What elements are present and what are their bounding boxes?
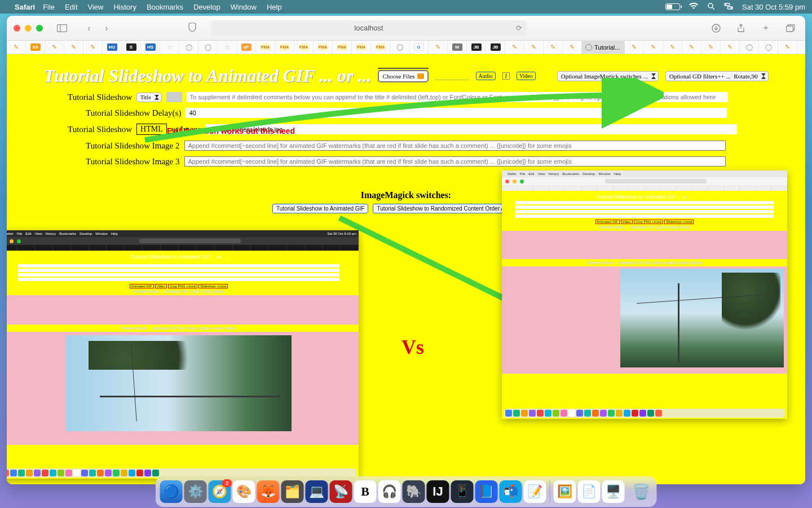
fav-item[interactable]: ✎: [7, 41, 26, 54]
fav-item[interactable]: ✎: [544, 41, 563, 54]
fav-item[interactable]: ✎: [663, 41, 682, 54]
fav-item[interactable]: ✎: [778, 41, 797, 54]
menu-window[interactable]: Window: [231, 3, 257, 11]
fav-item[interactable]: ◯: [740, 41, 759, 54]
dock-app[interactable]: 🧭: [209, 480, 231, 503]
fav-item[interactable]: ✎: [45, 41, 64, 54]
dock-app[interactable]: 🦊: [257, 480, 280, 503]
menu-bookmarks[interactable]: Bookmarks: [147, 3, 183, 11]
fav-item[interactable]: PMA: [371, 41, 390, 54]
browser-tab-active[interactable]: Tutorial...: [582, 41, 625, 54]
menu-help[interactable]: Help: [267, 3, 282, 11]
imagemagick-select[interactable]: Optional ImageMagick switches ...: [557, 71, 659, 81]
fav-item[interactable]: PMA: [352, 41, 371, 54]
menu-file[interactable]: File: [43, 3, 55, 11]
video-button[interactable]: Video: [517, 72, 536, 80]
fav-item[interactable]: ☆: [218, 41, 237, 54]
dock-app[interactable]: 📄: [578, 480, 601, 503]
tab-overview-icon[interactable]: [783, 20, 798, 36]
dock-app[interactable]: 📡: [330, 480, 352, 503]
title-input[interactable]: [187, 92, 728, 102]
dock-app[interactable]: IJ: [427, 480, 449, 503]
spotlight-icon[interactable]: [707, 2, 715, 12]
dock-app[interactable]: 🖼️: [554, 480, 576, 503]
fav-item[interactable]: PMA: [314, 41, 333, 54]
fav-item[interactable]: ✎: [505, 41, 524, 54]
fav-item[interactable]: PMA: [275, 41, 294, 54]
dock-app[interactable]: 🗂️: [281, 480, 304, 503]
fav-item[interactable]: HS: [141, 41, 160, 54]
dock-app[interactable]: 🔵: [160, 480, 183, 503]
fav-item[interactable]: W: [448, 41, 467, 54]
new-tab-icon[interactable]: ＋: [758, 20, 774, 36]
control-center-icon[interactable]: [724, 2, 733, 11]
sidebar-toggle-icon[interactable]: [54, 20, 70, 36]
color-swatch[interactable]: [166, 92, 182, 102]
fav-item[interactable]: cP: [237, 41, 256, 54]
dock-app[interactable]: 💻: [306, 480, 328, 503]
close-window-button[interactable]: [14, 25, 20, 32]
fav-item[interactable]: PMA: [333, 41, 352, 54]
forward-button[interactable]: ›: [99, 20, 114, 36]
dock-app[interactable]: 🎨: [233, 480, 255, 503]
file-chooser[interactable]: Choose Files: [378, 70, 428, 82]
image3-input[interactable]: [184, 156, 726, 167]
fav-item[interactable]: PMA: [294, 41, 314, 54]
address-bar[interactable]: localhost ⟳: [211, 20, 527, 36]
fav-item[interactable]: PMA: [256, 41, 275, 54]
gd-filters-select[interactable]: Optional GD filters++ ... Rotate,90: [665, 71, 769, 81]
zoom-window-button[interactable]: [36, 25, 43, 32]
menu-edit[interactable]: Edit: [65, 3, 77, 11]
fav-item[interactable]: JB: [486, 41, 505, 54]
dock-app[interactable]: 🎧: [378, 480, 401, 503]
fav-item[interactable]: ✎: [83, 41, 103, 54]
dock-app[interactable]: 📘: [475, 480, 498, 503]
dock-app[interactable]: 📱: [451, 480, 474, 503]
fav-item[interactable]: ✎: [563, 41, 582, 54]
menu-develop[interactable]: Develop: [193, 3, 220, 11]
reload-icon[interactable]: ⟳: [516, 24, 522, 32]
fav-item[interactable]: ✎: [64, 41, 83, 54]
fav-item[interactable]: ✎: [701, 41, 721, 54]
fav-item[interactable]: XS: [26, 41, 45, 54]
fav-item[interactable]: G: [409, 41, 429, 54]
html-chip[interactable]: HTML: [136, 124, 167, 135]
fav-item[interactable]: ☆: [160, 41, 179, 54]
fav-item[interactable]: ✎: [644, 41, 663, 54]
title-select[interactable]: Title: [136, 93, 162, 102]
delay-input[interactable]: [186, 108, 727, 118]
battery-icon[interactable]: [665, 3, 680, 10]
fav-item[interactable]: ✎: [524, 41, 544, 54]
minimize-window-button[interactable]: [25, 25, 32, 32]
fav-item[interactable]: ✎: [625, 41, 644, 54]
fav-item[interactable]: ✎: [682, 41, 701, 54]
menu-history[interactable]: History: [113, 3, 136, 11]
app-name[interactable]: Safari: [15, 3, 35, 11]
fav-item[interactable]: ◯: [179, 41, 198, 54]
privacy-shield-icon[interactable]: [188, 23, 196, 33]
wifi-icon[interactable]: [689, 2, 698, 11]
dock-trash-icon[interactable]: 🗑️: [630, 480, 652, 503]
dock-app[interactable]: 📬: [500, 480, 522, 503]
audio-button[interactable]: Audio: [476, 72, 496, 80]
fav-item[interactable]: ✎: [429, 41, 448, 54]
fav-item[interactable]: ◯: [759, 41, 778, 54]
to-gif-button[interactable]: Tutorial Slideshow to Animated GIF: [272, 204, 368, 213]
back-button[interactable]: ‹: [81, 20, 97, 36]
menubar-clock[interactable]: Sat 30 Oct 5:59 pm: [742, 3, 805, 11]
image2-input[interactable]: [184, 141, 726, 151]
fav-item[interactable]: ◯: [390, 41, 409, 54]
fav-item[interactable]: ◯: [198, 41, 218, 54]
dock-app[interactable]: 🐘: [403, 480, 425, 503]
fav-item[interactable]: HU: [103, 41, 122, 54]
share-icon[interactable]: [733, 20, 749, 36]
menu-view[interactable]: View: [88, 3, 104, 11]
downloads-icon[interactable]: [708, 20, 724, 36]
dock-app[interactable]: 🖥️: [602, 480, 625, 503]
dock-app[interactable]: ⚙️: [184, 480, 207, 503]
fav-item[interactable]: JB: [467, 41, 486, 54]
dock-app[interactable]: B: [354, 480, 377, 503]
fav-item[interactable]: ✎: [721, 41, 740, 54]
fav-item[interactable]: S: [122, 41, 141, 54]
dock-app[interactable]: 📝: [524, 480, 546, 503]
